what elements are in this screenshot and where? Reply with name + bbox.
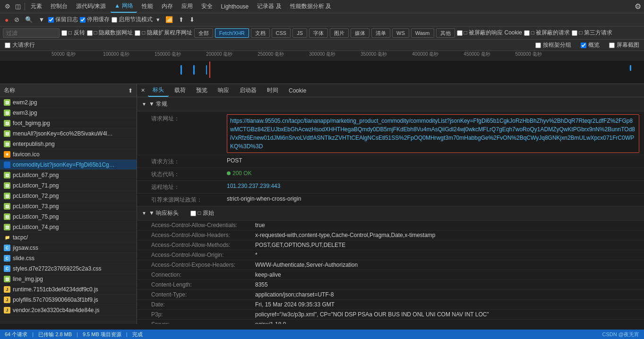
list-item[interactable]: ★ favicon.ico — [0, 149, 137, 160]
second-toolbar: ● ⊘ 🔍 ▼ 保留日志 停用缓存 启用节流模式 ▾ 📶 ⬆ ⬇ — [0, 13, 644, 26]
throttle-dropdown-icon[interactable]: ▾ — [155, 15, 162, 24]
filter-button[interactable]: ▼ — [36, 15, 46, 24]
filter-all-button[interactable]: 全部 — [194, 28, 213, 38]
preserve-log-checkbox[interactable]: 保留日志 — [48, 16, 78, 24]
list-item[interactable]: ▤ pcListIcon_67.png — [0, 170, 137, 180]
list-item[interactable]: ▤ ewm2.jpg — [0, 97, 137, 108]
list-item[interactable]: ▤ pcListIcon_72.png — [0, 191, 137, 201]
disable-throttle-checkbox[interactable]: 启用节流模式 — [112, 16, 153, 24]
filter-ws-button[interactable]: WS — [392, 28, 409, 38]
list-item[interactable]: ▤ pcListIcon_71.png — [0, 180, 137, 191]
tick-2: 100000 毫秒 — [103, 51, 129, 58]
tab-initiator[interactable]: 启动器 — [235, 85, 261, 96]
large-rows-label: 大请求行 — [12, 41, 35, 49]
filter-doc-button[interactable]: 文档 — [251, 28, 270, 38]
blocked-req-checkbox[interactable]: □ 被屏蔽的请求 — [524, 29, 570, 37]
list-item[interactable]: C slide.css — [0, 253, 137, 263]
tab-cookie[interactable]: Cookie — [284, 85, 311, 96]
clear-button[interactable]: ⊘ — [12, 15, 21, 24]
list-item[interactable]: C jigsaw.css — [0, 243, 137, 253]
list-item[interactable]: ▤ line_img.jpg — [0, 274, 137, 284]
download-icon[interactable]: ⬇ — [188, 15, 197, 24]
tab-elements[interactable]: 元素 — [27, 0, 46, 12]
file-name: pcListIcon_73.png — [13, 203, 59, 210]
filter-media-button[interactable]: 媒体 — [351, 28, 369, 38]
list-item[interactable]: ▤ pcListIcon_73.png — [0, 201, 137, 212]
list-item[interactable]: ▤ foot_bgimg.jpg — [0, 118, 137, 128]
list-item[interactable]: 📁 tacpc/ — [0, 232, 137, 243]
detail-close-button[interactable]: ✕ — [141, 87, 145, 93]
filter-font-button[interactable]: 字体 — [309, 28, 328, 38]
tab-network[interactable]: ▲ 网络 — [111, 0, 137, 13]
tab-sources[interactable]: 源代码/来源 — [72, 0, 110, 12]
shielded-cookie-checkbox[interactable]: □ 被屏蔽的响应 Cookie — [457, 29, 522, 37]
tab-console[interactable]: 控制台 — [47, 0, 71, 12]
resp-header-label: Content-Length: — [151, 281, 255, 288]
tab-timing[interactable]: 时间 — [262, 85, 283, 96]
record-button[interactable]: ● — [3, 15, 10, 25]
tab-application[interactable]: 应用 — [178, 0, 197, 12]
upload-icon[interactable]: ⬆ — [177, 15, 186, 24]
group-by-frame-option[interactable]: 按框架分组 — [535, 41, 571, 49]
timeline-bars[interactable] — [0, 60, 644, 84]
tab-preview[interactable]: 预览 — [191, 85, 212, 96]
devtools-icon2[interactable]: ◫ — [13, 2, 23, 11]
list-item[interactable]: ▤ enterpublish.png — [0, 139, 137, 149]
resp-header-value: nginx/1.18.0 — [255, 321, 639, 324]
hide-ext-checkbox[interactable]: □ 隐藏扩展程序网址 — [135, 29, 192, 37]
file-type-icon — [4, 161, 10, 168]
list-item[interactable]: J polyfills.57c7053900660a3f1bf9.js — [0, 295, 137, 305]
filter-toolbar: □ 反转 □ 隐藏数据网址 □ 隐藏扩展程序网址 全部 Fetch/XHR 文档… — [0, 26, 644, 40]
list-item[interactable]: J vendor.2ce3e3320cb4ae4de84e.js — [0, 305, 137, 315]
tab-headers[interactable]: 标头 — [148, 84, 169, 97]
devtools-icon1[interactable]: ⚙ — [3, 2, 12, 11]
list-item[interactable]: J runtime.7151cb3def4234ddf9c0.js — [0, 284, 137, 295]
large-rows-option[interactable]: 大请求行 — [5, 41, 35, 49]
resp-header-label: Access-Control-Allow-Origin: — [151, 252, 255, 258]
search-button[interactable]: 🔍 — [23, 15, 34, 24]
response-headers-title: ▼ 响应标头 — [149, 209, 179, 217]
tab-payload[interactable]: 载荷 — [170, 85, 190, 96]
resp-header-value: 8355 — [255, 281, 639, 288]
request-url-value: https://tianaw.95505.cn/tacpc/tiananapp/… — [227, 114, 639, 153]
screenshot-option[interactable]: 屏幕截图 — [609, 41, 639, 49]
timeline-area: 50000 毫秒 100000 毫秒 150000 毫秒 200000 毫秒 2… — [0, 51, 644, 84]
resp-header-value: true — [255, 222, 639, 229]
response-headers-section-header[interactable]: ▼ ▼ 响应标头 □ 原始 — [137, 206, 644, 220]
overview-option[interactable]: 概览 — [581, 41, 600, 49]
general-section-header[interactable]: ▼ ▼ 常规 — [137, 97, 644, 111]
timeline-bar-1 — [180, 65, 182, 75]
settings-gear-icon[interactable]: ⚙ — [635, 2, 641, 11]
filter-css-button[interactable]: CSS — [272, 28, 291, 38]
filter-clear-button[interactable]: 清单 — [371, 28, 390, 38]
third-party-checkbox[interactable]: □ 第三方请求 — [572, 29, 612, 37]
filter-img-button[interactable]: 图片 — [330, 28, 349, 38]
tab-perf-analysis[interactable]: 性能数据分析 及 — [286, 0, 335, 12]
resp-header-row: Access-Control-Allow-Methods: POST,GET,O… — [137, 240, 644, 250]
file-list-resize-handle[interactable]: ⬆ — [128, 87, 133, 94]
invert-checkbox[interactable]: □ 反转 — [61, 29, 85, 37]
disable-cache-checkbox[interactable]: 停用缓存 — [80, 16, 110, 24]
list-item-active[interactable]: commodityList?jsonKey=FfgDi65b1CgkJoRzHb… — [0, 160, 137, 170]
file-list-title: 名称 — [4, 86, 15, 94]
tab-recorder[interactable]: 记录器 及 — [253, 0, 285, 12]
list-item[interactable]: ▤ ewm3.jpg — [0, 108, 137, 118]
tab-performance[interactable]: 性能 — [138, 0, 157, 12]
filter-other-button[interactable]: 其他 — [436, 28, 455, 38]
list-item[interactable]: C styles.d7e2722c37659225c2a3.css — [0, 263, 137, 274]
filter-wasm-button[interactable]: Wasm — [411, 28, 434, 38]
file-type-icon: J — [4, 307, 10, 314]
filter-input[interactable] — [3, 28, 60, 38]
raw-checkbox[interactable]: □ 原始 — [190, 209, 214, 217]
filter-fetch-xhr-button[interactable]: Fetch/XHR — [215, 28, 249, 38]
list-item[interactable]: ▤ pcListIcon_74.png — [0, 222, 137, 232]
tab-lighthouse[interactable]: Lighthouse — [217, 1, 253, 12]
tab-response[interactable]: 响应 — [213, 85, 234, 96]
tab-security[interactable]: 安全 — [197, 0, 216, 12]
hide-data-checkbox[interactable]: □ 隐藏数据网址 — [87, 29, 133, 37]
filter-js-button[interactable]: JS — [292, 28, 307, 38]
list-item[interactable]: ▤ pcListIcon_75.png — [0, 212, 137, 222]
referrer-policy-label: 引荐来源网址政策： — [151, 195, 227, 204]
list-item[interactable]: ▤ menuAll?jsonKey=6co%2B5ivakuW4lHiEepTA… — [0, 128, 137, 139]
tab-memory[interactable]: 内存 — [158, 0, 177, 12]
